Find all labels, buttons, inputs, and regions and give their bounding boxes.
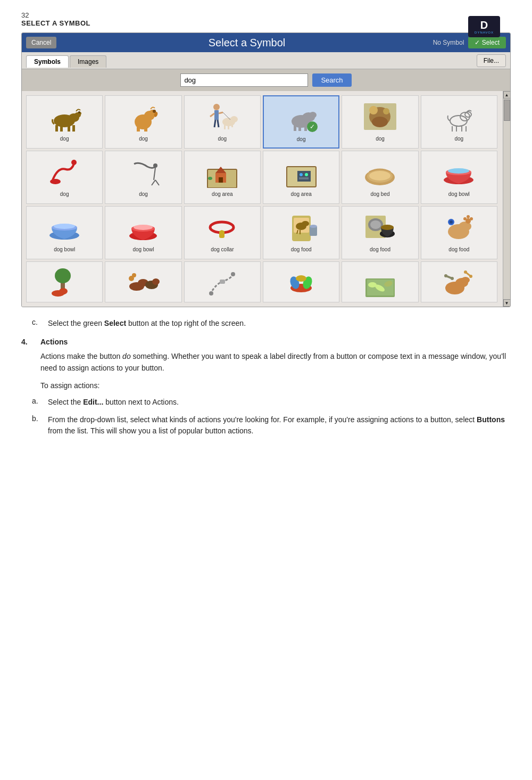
symbol-item[interactable]: dog (184, 95, 261, 149)
svg-point-23 (230, 116, 238, 122)
symbols-content: dog (22, 91, 510, 307)
symbol-item[interactable] (342, 261, 418, 302)
symbol-label: dog food (448, 247, 469, 252)
svg-rect-57 (219, 177, 223, 183)
svg-point-127 (444, 274, 447, 277)
svg-point-79 (221, 230, 223, 232)
svg-point-117 (296, 275, 306, 282)
svg-point-96 (463, 217, 467, 220)
svg-rect-61 (297, 171, 311, 182)
svg-point-90 (370, 220, 381, 229)
scroll-up-button[interactable]: ▲ (503, 91, 511, 98)
search-input[interactable] (180, 73, 308, 87)
step-c-after: button at the top right of the screen. (126, 319, 246, 327)
symbol-image (124, 99, 162, 134)
svg-line-52 (155, 180, 159, 185)
symbol-label: dog bowl (54, 247, 75, 252)
svg-point-76 (134, 225, 153, 230)
select-button[interactable]: ✓ Select (468, 37, 506, 48)
symbol-image (440, 154, 478, 189)
dynavox-logo: D DYNAVOX (468, 16, 500, 37)
step-a-before: Select the (48, 398, 83, 406)
symbol-item[interactable] (184, 261, 261, 302)
svg-point-125 (461, 277, 470, 283)
symbol-item[interactable]: dog food (342, 206, 418, 259)
section-4-heading: 4. Actions (21, 338, 511, 346)
svg-point-102 (55, 268, 71, 283)
symbol-image (124, 265, 162, 300)
symbol-image (204, 99, 241, 134)
search-button[interactable]: Search (312, 73, 351, 87)
svg-rect-13 (144, 127, 147, 132)
svg-point-73 (54, 224, 75, 229)
svg-point-131 (469, 275, 472, 278)
cancel-button[interactable]: Cancel (26, 37, 56, 48)
step-c-bold: Select (104, 319, 126, 327)
svg-point-63 (305, 173, 308, 176)
svg-point-97 (470, 217, 473, 220)
file-button[interactable]: File... (477, 54, 506, 67)
symbol-item[interactable]: dog area (184, 151, 261, 204)
symbol-label: dog (218, 136, 227, 142)
symbol-item[interactable]: dog (26, 151, 103, 204)
symbol-item[interactable]: dog (421, 95, 497, 149)
italic-do: do (122, 352, 131, 360)
symbol-label: dog food (370, 247, 390, 252)
symbol-image (440, 265, 478, 300)
symbol-item[interactable]: dog bowl (421, 151, 497, 204)
symbol-image (282, 210, 320, 244)
scroll-down-button[interactable]: ▼ (503, 299, 511, 307)
symbol-item[interactable]: dog collar (184, 206, 261, 259)
symbol-item[interactable]: dog (342, 95, 418, 149)
symbol-label: dog bed (370, 191, 389, 197)
scrollbar[interactable]: ▲ ▼ (503, 91, 510, 307)
svg-point-49 (153, 163, 157, 168)
symbol-item[interactable]: dog bowl (26, 206, 103, 259)
svg-point-98 (467, 215, 470, 218)
symbol-label: dog (139, 136, 148, 142)
symbol-item[interactable]: dog area (263, 151, 339, 204)
svg-rect-3 (55, 125, 58, 132)
symbol-image (440, 210, 478, 244)
svg-line-19 (219, 112, 223, 113)
svg-point-128 (451, 277, 454, 280)
section-title: Actions (40, 338, 68, 346)
svg-point-111 (209, 291, 213, 295)
symbol-item[interactable]: dog food (263, 206, 339, 259)
svg-point-92 (381, 225, 394, 230)
symbol-item[interactable]: dog bed (342, 151, 418, 204)
no-symbol-label: No Symbol (433, 39, 464, 46)
symbol-item[interactable] (263, 261, 339, 302)
svg-point-58 (208, 177, 212, 180)
svg-line-21 (218, 120, 219, 127)
symbol-image (46, 210, 83, 244)
symbol-item[interactable] (26, 261, 103, 302)
step-a-text: Select the Edit... button next to Action… (48, 397, 511, 408)
svg-point-47 (71, 160, 77, 165)
symbol-item[interactable]: dog (105, 151, 181, 204)
page-number: 32 (21, 11, 29, 19)
symbol-item[interactable] (421, 261, 497, 302)
svg-line-50 (154, 168, 155, 180)
symbol-item[interactable]: ✓ dog (263, 95, 339, 149)
symbol-item[interactable]: dog (105, 95, 181, 149)
step-c: c. Select the green Select button at the… (32, 318, 511, 329)
symbol-label: dog (454, 136, 463, 142)
symbol-label: dog (60, 191, 69, 197)
search-bar: Search (22, 69, 510, 91)
step-c-letter: c. (32, 318, 48, 329)
tab-images[interactable]: Images (70, 55, 106, 68)
symbol-item[interactable]: dog bowl (105, 206, 181, 259)
step-b-letter: b. (32, 414, 48, 437)
svg-point-16 (213, 104, 220, 110)
symbol-item[interactable] (105, 261, 181, 302)
symbol-item[interactable]: dog (26, 95, 103, 149)
section-4: 4. Actions Actions make the button do so… (21, 338, 511, 437)
svg-point-110 (132, 273, 136, 277)
svg-point-37 (369, 106, 378, 114)
scrollbar-thumb[interactable] (504, 100, 510, 121)
symbol-item[interactable]: dog food (421, 206, 497, 259)
tab-symbols[interactable]: Symbols (26, 55, 69, 68)
svg-point-8 (78, 111, 80, 113)
svg-rect-113 (220, 280, 225, 284)
